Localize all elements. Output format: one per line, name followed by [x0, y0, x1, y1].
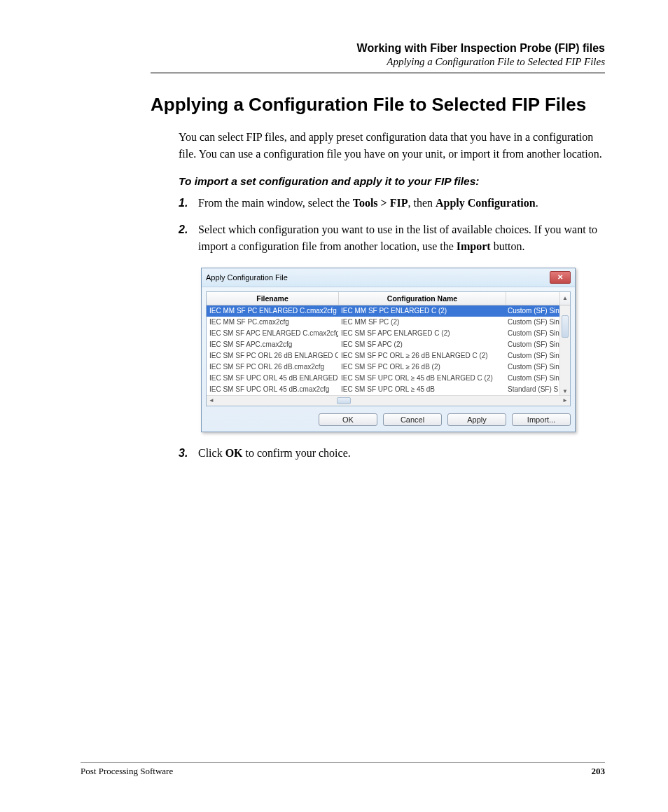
- step-text: From the main window, select the Tools >…: [198, 195, 605, 212]
- page-header: Working with Fiber Inspection Probe (FIP…: [81, 42, 605, 68]
- scroll-up-button[interactable]: ▲: [559, 292, 570, 305]
- dialog-screenshot: Apply Configuration File ✕ Filename Conf…: [201, 268, 576, 432]
- procedure-steps: 1. From the main window, select the Tool…: [179, 195, 605, 255]
- step-number: 1.: [179, 195, 198, 212]
- cell-config-name: IEC SM SF APC ENLARGED C (2): [338, 329, 505, 337]
- close-icon: ✕: [557, 274, 563, 281]
- cell-filename: IEC SM SF UPC ORL 45 dB ENLARGED C: [207, 374, 338, 382]
- procedure-steps-continued: 3. Click OK to confirm your choice.: [179, 445, 605, 462]
- cell-filename: IEC SM SF UPC ORL 45 dB.cmax2cfg: [207, 385, 338, 393]
- button-name: OK: [225, 447, 243, 459]
- column-header-config-name[interactable]: Configuration Name: [339, 292, 506, 305]
- cell-config-name: IEC SM SF UPC ORL ≥ 45 dB ENLARGED C (2): [338, 374, 505, 382]
- chevron-up-icon: ▲: [562, 295, 568, 301]
- close-button[interactable]: ✕: [550, 271, 571, 284]
- cell-config-name: IEC SM SF APC (2): [338, 340, 505, 348]
- scroll-right-button[interactable]: ►: [560, 397, 570, 404]
- table-row[interactable]: IEC SM SF UPC ORL 45 dB.cmax2cfgIEC SM S…: [207, 384, 570, 395]
- import-button[interactable]: Import...: [512, 413, 571, 426]
- cell-config-name: IEC SM SF UPC ORL ≥ 45 dB: [338, 385, 505, 393]
- cancel-button[interactable]: Cancel: [383, 413, 442, 426]
- footer-product-name: Post Processing Software: [81, 766, 173, 777]
- chevron-right-icon: ►: [562, 397, 568, 404]
- scroll-left-button[interactable]: ◄: [207, 397, 216, 404]
- cell-filename: IEC MM SF PC ENLARGED C.cmax2cfg: [207, 307, 338, 315]
- scrollbar-thumb[interactable]: [562, 315, 569, 338]
- section-heading: Applying a Configuration File to Selecte…: [151, 93, 605, 116]
- step-text: Select which configuration you want to u…: [198, 221, 605, 255]
- scrollbar-track[interactable]: [216, 396, 560, 406]
- table-row[interactable]: IEC SM SF PC ORL 26 dB ENLARGED C.cIEC S…: [207, 350, 570, 362]
- ok-button[interactable]: OK: [319, 413, 377, 426]
- apply-configuration-dialog: Apply Configuration File ✕ Filename Conf…: [201, 268, 576, 432]
- command-name: Apply Configuration: [436, 197, 536, 209]
- grid-header-row: Filename Configuration Name ▲: [207, 292, 570, 305]
- procedure-title: To import a set configuration and apply …: [179, 175, 605, 188]
- dialog-title: Apply Configuration File: [206, 273, 288, 282]
- step-2: 2. Select which configuration you want t…: [179, 221, 605, 255]
- cell-config-name: IEC SM SF PC ORL ≥ 26 dB ENLARGED C (2): [338, 352, 505, 359]
- chevron-down-icon: ▼: [562, 388, 568, 394]
- cell-config-name: IEC MM SF PC (2): [338, 318, 505, 326]
- table-row[interactable]: IEC SM SF APC ENLARGED C.cmax2cfgIEC SM …: [207, 328, 570, 339]
- table-row[interactable]: IEC SM SF PC ORL 26 dB.cmax2cfgIEC SM SF…: [207, 362, 570, 373]
- page-footer: Post Processing Software 203: [81, 762, 605, 777]
- vertical-scrollbar[interactable]: ▼: [559, 305, 570, 395]
- menu-path: Tools > FIP: [353, 197, 408, 209]
- chapter-title: Working with Fiber Inspection Probe (FIP…: [151, 42, 605, 55]
- cell-filename: IEC SM SF PC ORL 26 dB.cmax2cfg: [207, 363, 338, 371]
- chevron-left-icon: ◄: [209, 397, 214, 404]
- cell-filename: IEC SM SF PC ORL 26 dB ENLARGED C.c: [207, 352, 338, 359]
- horizontal-scrollbar[interactable]: ◄ ►: [207, 395, 570, 406]
- step-text: Click OK to confirm your choice.: [198, 445, 605, 462]
- cell-filename: IEC MM SF PC.cmax2cfg: [207, 318, 338, 326]
- step-number: 3.: [179, 445, 198, 462]
- section-subtitle: Applying a Configuration File to Selecte…: [151, 56, 605, 68]
- table-row[interactable]: IEC SM SF UPC ORL 45 dB ENLARGED CIEC SM…: [207, 373, 570, 384]
- scrollbar-thumb[interactable]: [337, 397, 351, 404]
- header-rule: [151, 72, 605, 74]
- column-header-type[interactable]: [506, 292, 559, 305]
- cell-filename: IEC SM SF APC.cmax2cfg: [207, 340, 338, 348]
- step-number: 2.: [179, 221, 198, 255]
- dialog-title-bar[interactable]: Apply Configuration File ✕: [202, 268, 575, 287]
- step-1: 1. From the main window, select the Tool…: [179, 195, 605, 212]
- configuration-grid[interactable]: Filename Configuration Name ▲ IEC MM SF …: [206, 291, 571, 406]
- column-header-filename[interactable]: Filename: [207, 292, 339, 305]
- button-name: Import: [457, 240, 491, 252]
- cell-config-name: IEC MM SF PC ENLARGED C (2): [338, 307, 505, 315]
- intro-paragraph: You can select FIP files, and apply pres…: [179, 129, 605, 163]
- apply-button[interactable]: Apply: [447, 413, 506, 426]
- dialog-body: Filename Configuration Name ▲ IEC MM SF …: [202, 287, 575, 432]
- step-3: 3. Click OK to confirm your choice.: [179, 445, 605, 462]
- cell-config-name: IEC SM SF PC ORL ≥ 26 dB (2): [338, 363, 505, 371]
- table-row[interactable]: IEC MM SF PC ENLARGED C.cmax2cfgIEC MM S…: [207, 305, 570, 317]
- cell-filename: IEC SM SF APC ENLARGED C.cmax2cfg: [207, 329, 338, 337]
- table-row[interactable]: IEC SM SF APC.cmax2cfgIEC SM SF APC (2)C…: [207, 339, 570, 350]
- table-row[interactable]: IEC MM SF PC.cmax2cfgIEC MM SF PC (2)Cus…: [207, 317, 570, 328]
- dialog-button-row: OK Cancel Apply Import...: [206, 413, 571, 426]
- grid-rows: IEC MM SF PC ENLARGED C.cmax2cfgIEC MM S…: [207, 305, 570, 395]
- page-number: 203: [592, 766, 606, 777]
